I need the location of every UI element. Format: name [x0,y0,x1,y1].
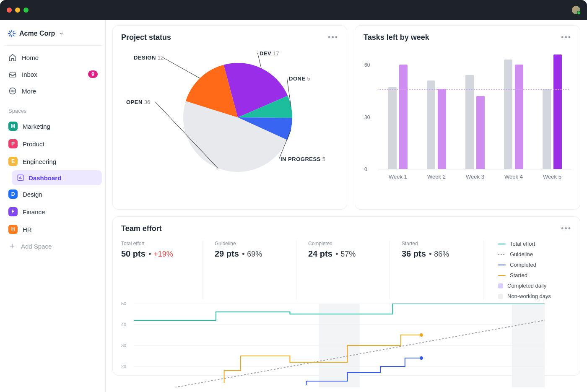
nav-home[interactable]: Home [4,49,102,66]
dashboard-label: Dashboard [29,174,61,182]
svg-point-19 [420,333,423,337]
bar [504,60,512,169]
sidebar: Acme Corp Home Inbox 9 More Spaces MMark… [0,20,106,392]
legend-item: Started [498,272,571,278]
home-icon [8,53,17,62]
bar [399,65,408,169]
close-window-icon[interactable] [7,8,12,13]
sidebar-space-item[interactable]: DDesign [4,185,102,203]
nav-inbox-label: Inbox [22,71,37,78]
main-content: Project status ••• DEV17DONE5IN PROGRESS… [106,20,587,392]
space-label: Finance [23,208,45,215]
bar [388,87,397,169]
bar-group [504,60,523,169]
bar-group [543,55,562,169]
reference-line [379,89,569,90]
workspace-switcher[interactable]: Acme Corp [4,26,102,44]
bar [553,55,562,169]
nav-more-label: More [22,88,36,95]
chart-legend: Total effortGuidelineCompletedStartedCom… [498,241,571,299]
metric-total-effort: Total effort50 pts • +19% [121,241,203,299]
bar [476,96,485,169]
pie-slice-label: DESIGN12 [134,55,164,61]
card-menu-button[interactable]: ••• [328,33,338,42]
card-title: Tasks left by week [364,33,429,42]
bar-group [427,80,446,169]
space-chip: E [8,157,18,166]
space-chip: F [8,207,18,216]
space-label: Product [23,140,44,148]
card-menu-button[interactable]: ••• [561,33,571,42]
legend-item: Non-working days [498,293,571,299]
sidebar-space-item[interactable]: FFinance [4,203,102,221]
card-team-effort: Team effort ••• Total effort50 pts • +19… [112,216,580,376]
y-axis-tick: 0 [364,166,367,172]
workspace-logo-icon [8,29,16,38]
card-menu-button[interactable]: ••• [561,224,571,233]
sidebar-dashboard-item[interactable]: Dashboard [12,170,102,185]
bar [543,89,551,169]
legend-item: Total effort [498,241,571,247]
svg-point-11 [14,91,15,91]
y-axis-tick: 60 [364,62,370,68]
svg-point-10 [12,91,13,91]
user-avatar[interactable] [572,6,580,14]
metric-guideline: Guideline29 pts • 69% [215,241,296,299]
svg-line-7 [13,31,14,32]
space-chip: P [8,139,18,148]
pie-slice-label: DONE5 [289,75,310,82]
card-title: Team effort [121,224,162,233]
window-titlebar [0,0,587,20]
space-label: Design [23,191,42,198]
pie-slice-label: IN PROGRESS5 [281,156,325,162]
metric-completed: Completed24 pts • 57% [308,241,390,299]
more-icon [8,87,17,95]
sidebar-space-item[interactable]: PProduct [4,135,102,153]
x-axis-label: Week 5 [543,174,561,180]
bar [438,89,446,169]
pie-slice-label: OPEN36 [126,99,150,105]
space-chip: M [8,122,18,131]
y-axis-tick: 30 [364,114,370,120]
bar-chart: 03060Week 1Week 2Week 3Week 4Week 5 [364,42,571,193]
spaces-section-label: Spaces [4,99,102,117]
sidebar-space-item[interactable]: MMarketing [4,117,102,135]
legend-item: Completed [498,262,571,268]
legend-item: Guideline [498,251,571,257]
legend-item: Completed daily [498,283,571,289]
dashboard-icon [17,174,24,182]
maximize-window-icon[interactable] [23,8,29,13]
y-axis-tick: 40 [121,322,126,327]
line-chart: 20304050 [121,304,571,392]
x-axis-label: Week 2 [427,174,446,180]
svg-line-5 [13,35,14,36]
nav-inbox[interactable]: Inbox 9 [4,66,102,83]
x-axis-label: Week 4 [504,174,523,180]
nav-more[interactable]: More [4,83,102,99]
sidebar-space-item[interactable]: HHR [4,221,102,238]
y-axis-tick: 20 [121,364,126,369]
minimize-window-icon[interactable] [15,8,20,13]
space-label: Engineering [23,158,56,165]
svg-point-9 [11,91,12,91]
sidebar-space-item[interactable]: EEngineering [4,153,102,170]
svg-point-20 [420,356,423,360]
window-controls[interactable] [7,8,29,13]
bar-group [388,65,408,169]
inbox-icon [8,70,17,78]
add-space-label: Add Space [21,243,52,250]
card-title: Project status [121,33,171,42]
bar [427,80,435,169]
y-axis-tick: 50 [121,301,126,306]
space-label: HR [23,226,32,233]
workspace-name: Acme Corp [19,30,55,37]
pie-slice-label: DEV17 [260,50,279,57]
x-axis-label: Week 3 [466,174,484,180]
space-chip: H [8,225,18,234]
space-chip: D [8,190,18,199]
add-space-button[interactable]: Add Space [4,238,102,254]
card-tasks-left: Tasks left by week ••• 03060Week 1Week 2… [355,25,580,210]
svg-line-4 [9,31,10,32]
x-axis-label: Week 1 [389,174,407,180]
inbox-count-badge: 9 [88,70,98,78]
